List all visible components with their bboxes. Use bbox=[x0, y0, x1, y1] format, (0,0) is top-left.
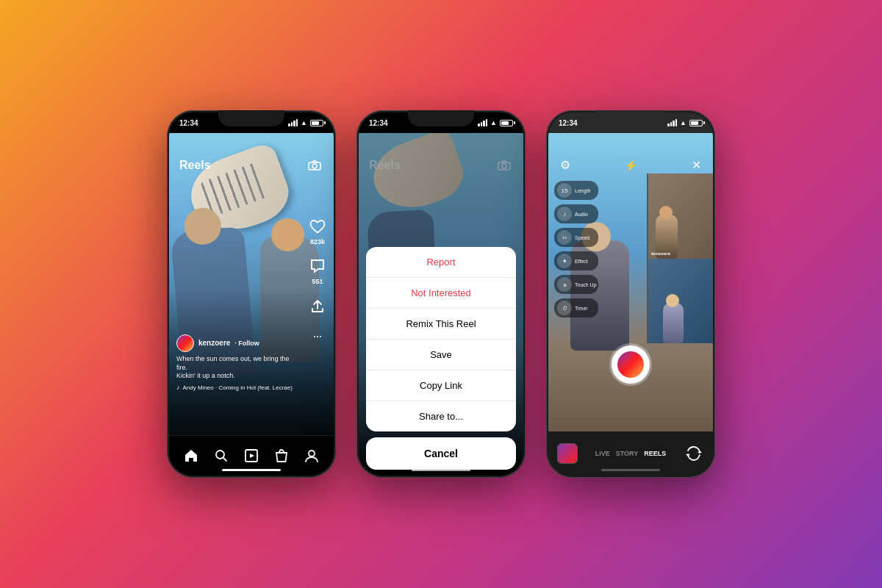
action-share[interactable]: Share to... bbox=[366, 401, 516, 431]
record-button-area[interactable] bbox=[612, 345, 650, 384]
comment-count: 551 bbox=[312, 278, 323, 285]
phone-1-reels-feed: 12:34 ▲ bbox=[167, 110, 336, 478]
tool-audio[interactable]: ♪ Audio bbox=[554, 204, 598, 223]
status-icons-2: ▲ bbox=[478, 119, 513, 126]
phone-3-remix-camera: 12:34 ▲ ⚙ ⚡ bbox=[546, 110, 715, 478]
battery-icon-3 bbox=[689, 120, 703, 126]
status-time-3: 12:34 bbox=[559, 119, 578, 127]
phone2-bg-content: Reels Report Not Interested Remix This R… bbox=[359, 133, 523, 476]
svg-point-2 bbox=[216, 451, 224, 459]
wifi-icon-1: ▲ bbox=[301, 119, 307, 126]
camera-content: ⚙ ⚡ ✕ 15 Length ♪ Audio 1x Speed bbox=[548, 133, 713, 431]
reel-username[interactable]: kenzoere bbox=[198, 339, 230, 347]
close-icon[interactable]: ✕ bbox=[692, 158, 701, 172]
preview-person-2 bbox=[663, 303, 684, 343]
action-remix[interactable]: Remix This Reel bbox=[366, 309, 516, 340]
status-icons-1: ▲ bbox=[288, 119, 323, 126]
notch-2 bbox=[408, 110, 474, 126]
battery-icon-2 bbox=[500, 120, 513, 126]
share-action[interactable] bbox=[307, 295, 328, 316]
touchup-label: Touch Up bbox=[575, 282, 597, 287]
comment-icon bbox=[307, 256, 328, 276]
bar2 bbox=[291, 122, 293, 126]
preview-panel: kenzoere bbox=[647, 173, 713, 343]
action-sheet: Report Not Interested Remix This Reel Sa… bbox=[359, 241, 523, 476]
speed-label: Speed bbox=[575, 235, 589, 240]
reel-caption: When the sun comes out, we bring the fir… bbox=[176, 355, 297, 381]
preview-img-2 bbox=[648, 259, 713, 344]
notch-1 bbox=[218, 110, 284, 126]
action-not-interested[interactable]: Not Interested bbox=[366, 278, 516, 309]
reel-music: ♪ Andy Mineo · Coming in Hot (feat. Lecr… bbox=[176, 384, 297, 391]
touchup-icon: ⊕ bbox=[557, 277, 572, 292]
status-time-1: 12:34 bbox=[179, 119, 198, 127]
record-button[interactable] bbox=[612, 345, 650, 384]
nav-shop[interactable] bbox=[268, 442, 295, 469]
mode-story[interactable]: STORY bbox=[616, 450, 639, 457]
wifi-icon-2: ▲ bbox=[490, 119, 497, 126]
settings-icon[interactable]: ⚙ bbox=[560, 158, 570, 172]
tool-touchup[interactable]: ⊕ Touch Up bbox=[554, 275, 598, 294]
camera-mode-tabs: LIVE STORY REELS bbox=[595, 450, 667, 457]
action-report[interactable]: Report bbox=[366, 247, 516, 278]
tool-timer[interactable]: ⏱ Timer bbox=[554, 298, 598, 318]
nav-search[interactable] bbox=[208, 442, 234, 469]
tool-effect[interactable]: ✦ Effect bbox=[554, 251, 598, 270]
nav-profile[interactable] bbox=[298, 442, 325, 469]
more-action[interactable] bbox=[307, 326, 328, 347]
share-icon bbox=[307, 295, 328, 316]
nav-reels[interactable] bbox=[238, 442, 265, 469]
more-icon bbox=[307, 326, 328, 347]
like-action[interactable]: 823k bbox=[307, 216, 328, 245]
reel-info: kenzoere · Follow When the sun comes out… bbox=[176, 334, 297, 391]
preview-username: kenzoere bbox=[651, 251, 670, 256]
signal-bars-2 bbox=[478, 119, 487, 126]
gallery-thumbnail[interactable] bbox=[557, 443, 578, 464]
camera-topbar: ⚙ ⚡ ✕ bbox=[548, 154, 713, 176]
effect-icon: ✦ bbox=[557, 254, 572, 268]
effect-label: Effect bbox=[575, 259, 588, 264]
user-avatar-1 bbox=[176, 334, 194, 352]
bar4 bbox=[296, 119, 298, 126]
phone-2-action-sheet: 12:34 ▲ Ree bbox=[356, 110, 526, 478]
length-icon: 15 bbox=[557, 183, 572, 198]
notch-3 bbox=[598, 110, 664, 126]
status-time-2: 12:34 bbox=[369, 119, 388, 127]
timer-icon: ⏱ bbox=[557, 301, 572, 315]
preview-img-1: kenzoere bbox=[648, 173, 713, 259]
reels-topbar: Reels bbox=[169, 154, 334, 177]
tool-length[interactable]: 15 Length bbox=[554, 181, 598, 200]
bar3 bbox=[293, 121, 295, 126]
bar1 bbox=[288, 123, 290, 126]
record-inner bbox=[617, 351, 644, 378]
music-note-icon: ♪ bbox=[176, 384, 180, 391]
action-save[interactable]: Save bbox=[366, 340, 516, 370]
follow-button[interactable]: · Follow bbox=[234, 340, 259, 347]
flip-camera-button[interactable] bbox=[684, 443, 704, 464]
action-cancel[interactable]: Cancel bbox=[366, 437, 516, 470]
three-dots-icon bbox=[314, 336, 321, 337]
flash-icon[interactable]: ⚡ bbox=[625, 159, 637, 171]
reel-user: kenzoere · Follow bbox=[176, 334, 297, 352]
tool-speed[interactable]: 1x Speed bbox=[554, 228, 598, 247]
reels-content: Reels 823k bbox=[169, 133, 334, 435]
length-label: Length bbox=[575, 188, 590, 193]
home-bar-1 bbox=[222, 469, 281, 471]
battery-icon-1 bbox=[310, 120, 323, 126]
camera-button-1[interactable] bbox=[306, 157, 323, 174]
mode-live[interactable]: LIVE bbox=[595, 450, 610, 457]
side-actions: 823k 551 bbox=[307, 216, 328, 347]
camera-tools-panel: 15 Length ♪ Audio 1x Speed ✦ Effect ⊕ bbox=[554, 173, 598, 387]
action-menu: Report Not Interested Remix This Reel Sa… bbox=[366, 247, 516, 431]
audio-label: Audio bbox=[575, 212, 588, 217]
svg-point-4 bbox=[309, 451, 315, 456]
comment-action[interactable]: 551 bbox=[307, 256, 328, 285]
nav-home[interactable] bbox=[178, 442, 204, 469]
like-count: 823k bbox=[310, 238, 325, 245]
action-copy-link[interactable]: Copy Link bbox=[366, 370, 516, 401]
status-icons-3: ▲ bbox=[667, 119, 703, 126]
svg-point-1 bbox=[312, 164, 317, 168]
reels-title: Reels bbox=[179, 159, 211, 172]
heart-icon bbox=[307, 216, 328, 237]
mode-reels[interactable]: REELS bbox=[644, 450, 666, 457]
